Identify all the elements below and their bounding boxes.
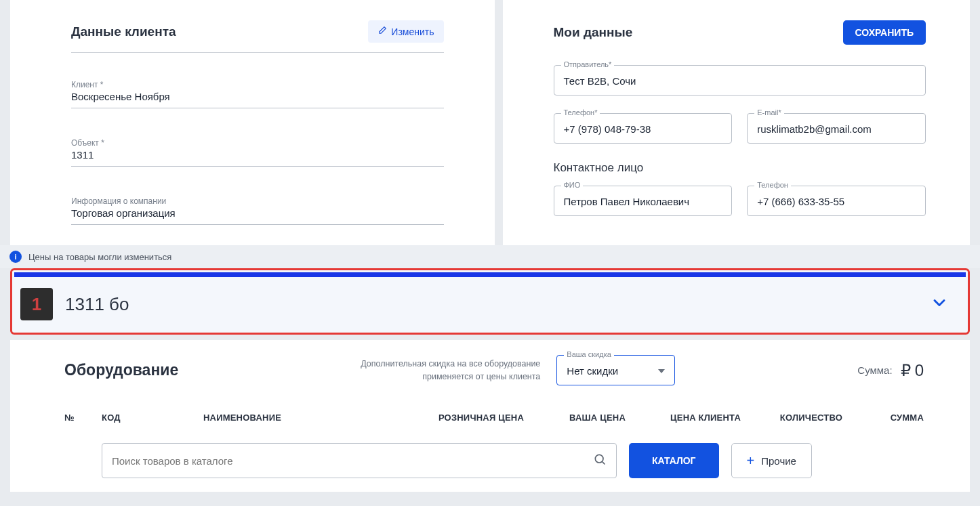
sum-label: Сумма: — [857, 364, 892, 376]
sum-block: Сумма: ₽ 0 — [857, 361, 924, 380]
sum-value: 0 — [915, 361, 924, 380]
client-section-title: Данные клиента — [71, 24, 176, 39]
edit-client-button[interactable]: Изменить — [368, 20, 443, 43]
client-data-card: Данные клиента Изменить Клиент * Воскрес… — [10, 0, 495, 245]
company-field-label: Информация о компании — [71, 196, 444, 206]
col-sum: СУММА — [849, 413, 924, 423]
phone-label: Телефон* — [561, 108, 600, 117]
contact-phone-label: Телефон — [754, 181, 791, 189]
pencil-icon — [377, 26, 387, 37]
equipment-table-header: № КОД НАИМЕНОВАНИЕ РОЗНИЧНАЯ ЦЕНА ВАША Ц… — [64, 413, 924, 443]
col-qty: КОЛИЧЕСТВО — [748, 413, 842, 423]
contact-phone-value: +7 (666) 633-35-55 — [757, 196, 916, 207]
email-value: rusklimatb2b@gmail.com — [757, 123, 916, 135]
fio-value: Петров Павел Николаевич — [564, 196, 722, 207]
info-icon: i — [9, 251, 22, 263]
discount-select-value: Нет скидки — [567, 365, 618, 377]
col-name: НАИМЕНОВАНИЕ — [203, 413, 409, 423]
col-client-price: ЦЕНА КЛИЕНТА — [632, 413, 741, 423]
my-section-title: Мои данные — [554, 25, 633, 40]
object-field-value: 1311 — [71, 149, 444, 161]
discount-note: Дополнительная скидка на все оборудовани… — [361, 358, 540, 382]
company-field-value: Торговая организация — [71, 207, 444, 219]
kp-title: 1311 бо — [65, 294, 918, 315]
catalog-search-input[interactable] — [112, 455, 593, 467]
equipment-panel: Оборудование Дополнительная скидка на вс… — [10, 340, 970, 492]
object-field-label: Объект * — [71, 138, 444, 148]
kp-number-badge: 1 — [20, 288, 53, 320]
chevron-down-icon — [930, 293, 949, 315]
svg-line-1 — [603, 462, 605, 465]
equipment-title: Оборудование — [64, 361, 178, 379]
col-code: КОД — [102, 413, 197, 423]
fio-label: ФИО — [561, 181, 584, 189]
svg-point-0 — [595, 455, 603, 463]
other-button-label: Прочие — [761, 455, 796, 467]
info-text: Цены на товары могли измениться — [28, 252, 171, 262]
client-field: Клиент * Воскресенье Ноября — [71, 77, 444, 108]
sender-field[interactable]: Отправитель* Тест B2B, Сочи — [554, 65, 926, 96]
search-icon — [593, 452, 607, 469]
contact-phone-field[interactable]: Телефон +7 (666) 633-35-55 — [747, 186, 926, 216]
col-your-price: ВАША ЦЕНА — [531, 413, 626, 423]
discount-select[interactable]: Ваша скидка Нет скидки — [556, 355, 675, 385]
email-label: E-mail* — [754, 108, 783, 117]
phone-field[interactable]: Телефон* +7 (978) 048-79-38 — [554, 113, 733, 144]
save-button[interactable]: СОХРАНИТЬ — [843, 20, 926, 45]
price-change-info-bar: i Цены на товары могли измениться — [0, 245, 980, 268]
my-data-card: Мои данные СОХРАНИТЬ Отправитель* Тест B… — [503, 0, 971, 245]
plus-icon: + — [747, 453, 755, 469]
col-retail-price: РОЗНИЧНАЯ ЦЕНА — [415, 413, 524, 423]
phone-value: +7 (978) 048-79-38 — [564, 123, 722, 135]
client-field-label: Клиент * — [71, 80, 444, 89]
ruble-icon: ₽ — [901, 361, 911, 380]
other-button[interactable]: + Прочие — [731, 443, 812, 478]
caret-down-icon — [658, 369, 665, 373]
object-field: Объект * 1311 — [71, 135, 444, 167]
edit-label: Изменить — [391, 26, 434, 37]
kp-row[interactable]: 1 1311 бо — [10, 268, 970, 335]
discount-select-label: Ваша скидка — [564, 350, 614, 358]
client-field-value: Воскресенье Ноября — [71, 91, 444, 102]
company-field: Информация о компании Торговая организац… — [71, 194, 444, 225]
email-field[interactable]: E-mail* rusklimatb2b@gmail.com — [747, 113, 926, 144]
sender-label: Отправитель* — [561, 60, 615, 68]
contact-subheader: Контактное лицо — [554, 161, 926, 175]
sender-value: Тест B2B, Сочи — [564, 75, 916, 87]
col-number: № — [64, 413, 95, 423]
catalog-button[interactable]: КАТАЛОГ — [629, 443, 719, 478]
catalog-search-wrap[interactable] — [102, 443, 617, 478]
fio-field[interactable]: ФИО Петров Павел Николаевич — [554, 186, 733, 216]
